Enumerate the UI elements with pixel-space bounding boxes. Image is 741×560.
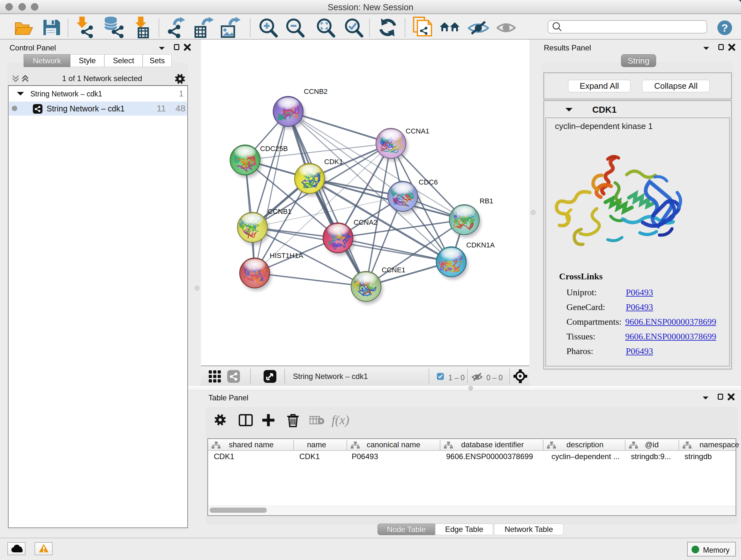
svg-text:RB1: RB1: [480, 197, 493, 205]
svg-text:CDKN1A: CDKN1A: [466, 241, 495, 249]
svg-text:CDC6: CDC6: [419, 178, 438, 186]
svg-text:CCNB2: CCNB2: [304, 87, 328, 96]
svg-text:CDK1: CDK1: [324, 158, 343, 166]
svg-text:HIST1H1A: HIST1H1A: [270, 252, 303, 260]
svg-text:CDC25B: CDC25B: [260, 145, 288, 152]
svg-text:CCNB1: CCNB1: [268, 207, 292, 215]
svg-text:CCNE1: CCNE1: [382, 266, 406, 274]
svg-text:CCNA1: CCNA1: [406, 127, 429, 135]
svg-text:CCNA2: CCNA2: [354, 219, 378, 226]
